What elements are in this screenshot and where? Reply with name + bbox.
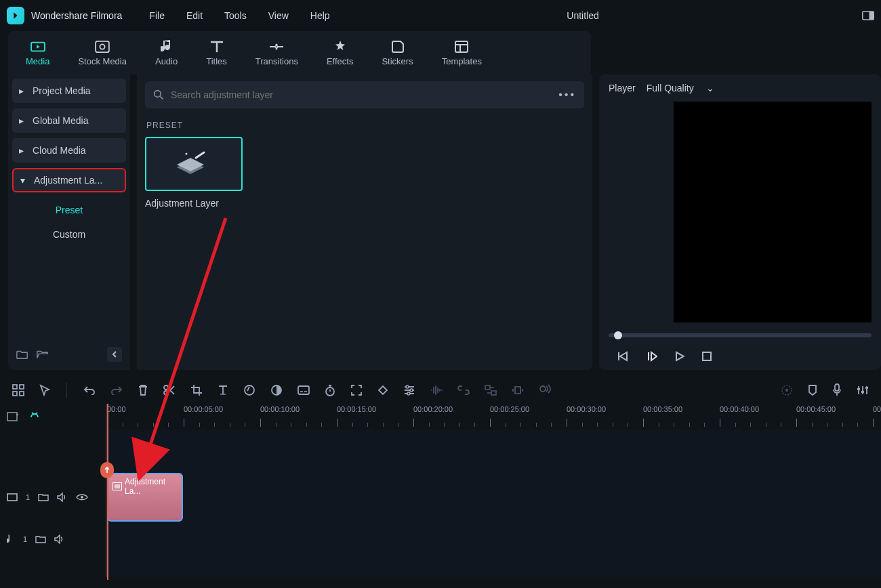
svg-point-16 bbox=[164, 391, 168, 395]
collapse-sidebar-button[interactable] bbox=[107, 347, 122, 362]
player-scrubber[interactable] bbox=[609, 333, 872, 337]
sidebar-item-project-media[interactable]: ▸ Project Media bbox=[12, 79, 126, 103]
clip-thumb-icon bbox=[112, 482, 122, 490]
app-logo bbox=[7, 7, 24, 24]
mic-icon[interactable] bbox=[832, 383, 842, 397]
split-icon[interactable] bbox=[163, 384, 176, 396]
timecode-label: 00:00:25:00 bbox=[490, 405, 529, 413]
tab-media-label: Media bbox=[26, 56, 49, 66]
tab-titles[interactable]: Titles bbox=[202, 37, 231, 69]
timer-icon[interactable] bbox=[325, 384, 335, 396]
track-number: 1 bbox=[23, 535, 27, 543]
resize-icon[interactable] bbox=[512, 385, 524, 395]
search-input[interactable] bbox=[171, 89, 546, 100]
section-label: PRESET bbox=[146, 121, 584, 130]
timecode-label: 00:00 bbox=[107, 405, 126, 413]
player-controls bbox=[609, 347, 872, 366]
unlink-icon[interactable] bbox=[457, 385, 470, 395]
sidebar-sub-custom[interactable]: Custom bbox=[12, 222, 126, 247]
track-number: 1 bbox=[26, 493, 30, 501]
audio-wave-icon[interactable] bbox=[430, 385, 443, 396]
prev-frame-icon[interactable] bbox=[617, 351, 629, 362]
stickers-icon bbox=[391, 40, 405, 54]
stop-icon[interactable] bbox=[702, 352, 712, 361]
sidebar-item-label: Adjustment La... bbox=[34, 175, 102, 186]
svg-point-6 bbox=[155, 91, 161, 98]
mute-icon[interactable] bbox=[57, 492, 68, 502]
preset-card[interactable]: Adjustment Layer bbox=[145, 137, 243, 209]
menu-view[interactable]: View bbox=[268, 10, 289, 21]
pointer-icon[interactable] bbox=[39, 384, 50, 396]
timeline: 00:0000:00:05:0000:00:10:0000:00:15:0000… bbox=[0, 404, 881, 577]
menu-help[interactable]: Help bbox=[310, 10, 330, 21]
sync-icon[interactable] bbox=[485, 385, 497, 396]
play-pause-icon[interactable] bbox=[647, 351, 657, 362]
mute-icon[interactable] bbox=[54, 534, 65, 544]
player-label: Player bbox=[609, 83, 636, 93]
svg-rect-10 bbox=[703, 352, 711, 360]
play-icon[interactable] bbox=[675, 351, 684, 362]
search-icon bbox=[153, 89, 164, 100]
delete-icon[interactable] bbox=[138, 384, 148, 396]
folder-open-icon[interactable] bbox=[37, 349, 49, 360]
crop-icon[interactable] bbox=[190, 384, 203, 396]
speed-icon[interactable] bbox=[243, 384, 255, 396]
layout-toggle-icon[interactable] bbox=[862, 11, 874, 20]
tab-transitions[interactable]: Transitions bbox=[251, 37, 302, 69]
sidebar-item-adjustment-layer[interactable]: ▾ Adjustment La... bbox=[12, 168, 126, 192]
timecode-label: 00:00:30:00 bbox=[567, 405, 606, 413]
quality-dropdown[interactable]: Full Quality ⌄ bbox=[647, 83, 714, 93]
sidebar-item-cloud-media[interactable]: ▸ Cloud Media bbox=[12, 138, 126, 163]
main-menu: File Edit Tools View Help bbox=[149, 10, 329, 21]
color-icon[interactable] bbox=[270, 384, 283, 396]
tab-effects[interactable]: Effects bbox=[323, 37, 358, 69]
chevron-right-icon: ▸ bbox=[19, 145, 26, 156]
voice-icon[interactable] bbox=[539, 384, 551, 396]
tab-templates[interactable]: Templates bbox=[438, 37, 486, 69]
menu-file[interactable]: File bbox=[149, 10, 165, 21]
adjustments-icon[interactable] bbox=[403, 385, 415, 396]
timeline-clip[interactable]: Adjustment La... bbox=[107, 473, 183, 522]
caption-icon[interactable] bbox=[298, 385, 310, 395]
playhead-handle[interactable] bbox=[100, 462, 114, 478]
magnet-icon[interactable] bbox=[28, 411, 41, 422]
tab-audio[interactable]: Audio bbox=[151, 37, 182, 69]
tab-stock-media[interactable]: Stock Media bbox=[74, 37, 131, 69]
svg-rect-12 bbox=[20, 385, 24, 389]
timecode-label: 00:00:45:00 bbox=[796, 405, 836, 413]
sidebar-item-global-media[interactable]: ▸ Global Media bbox=[12, 108, 126, 133]
svg-rect-19 bbox=[298, 386, 309, 394]
playhead[interactable] bbox=[107, 404, 108, 580]
video-track: 1 Adjustment La... bbox=[0, 473, 881, 522]
focus-icon[interactable] bbox=[350, 384, 363, 396]
folder-icon[interactable] bbox=[38, 493, 49, 501]
redo-icon[interactable] bbox=[110, 385, 123, 395]
player-viewport[interactable] bbox=[674, 102, 872, 322]
tab-stickers[interactable]: Stickers bbox=[377, 37, 417, 69]
scrubber-handle[interactable] bbox=[614, 331, 622, 339]
svg-point-23 bbox=[407, 392, 410, 395]
undo-icon[interactable] bbox=[83, 385, 96, 395]
mixer-icon[interactable] bbox=[857, 385, 869, 396]
templates-icon bbox=[455, 40, 468, 54]
more-options-icon[interactable]: ••• bbox=[558, 89, 576, 101]
keyframe-icon[interactable] bbox=[377, 385, 388, 396]
media-icon bbox=[30, 40, 45, 54]
visibility-icon[interactable] bbox=[76, 493, 88, 501]
timecode-label: 00:00:35:00 bbox=[643, 405, 682, 413]
add-track-icon[interactable] bbox=[7, 411, 19, 422]
grid-icon[interactable] bbox=[12, 384, 24, 396]
folder-icon[interactable] bbox=[35, 535, 46, 543]
menu-tools[interactable]: Tools bbox=[224, 10, 247, 21]
new-folder-icon[interactable] bbox=[16, 349, 28, 360]
timeline-ruler[interactable]: 00:0000:00:05:0000:00:10:0000:00:15:0000… bbox=[107, 404, 881, 429]
sidebar-item-label: Project Media bbox=[33, 85, 91, 96]
tab-media[interactable]: Media bbox=[22, 37, 54, 69]
text-icon[interactable] bbox=[218, 385, 228, 396]
marker-icon[interactable] bbox=[808, 384, 817, 396]
preset-name: Adjustment Layer bbox=[145, 198, 243, 209]
menu-edit[interactable]: Edit bbox=[186, 10, 203, 21]
sidebar-sub-preset[interactable]: Preset bbox=[12, 198, 126, 222]
quality-value: Full Quality bbox=[647, 83, 694, 93]
render-icon[interactable] bbox=[781, 384, 793, 396]
